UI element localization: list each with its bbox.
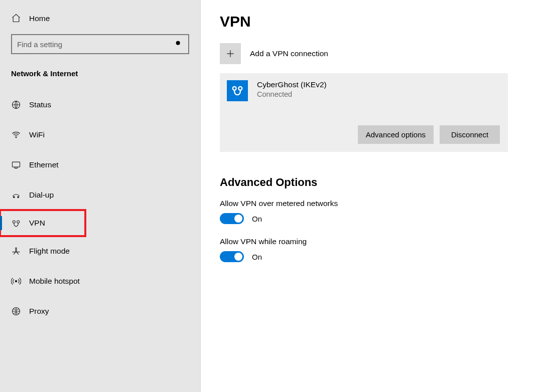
sidebar-item-status[interactable]: Status [0, 90, 200, 120]
sidebar-nav: Status WiFi Ethernet Dial-up VPN [0, 83, 200, 326]
vpn-connection-icon [227, 80, 248, 101]
vpn-connection-name: CyberGhost (IKEv2) [257, 80, 327, 89]
toggle-roaming-state: On [252, 253, 262, 261]
sidebar-item-label: Ethernet [29, 160, 59, 169]
main-panel: VPN Add a VPN connection CyberGhost (IKE… [201, 0, 541, 392]
airplane-icon [11, 246, 29, 256]
home-icon [11, 13, 29, 25]
sidebar-item-flight[interactable]: Flight mode [0, 236, 200, 266]
search-input[interactable] [17, 40, 174, 49]
sidebar-item-label: Mobile hotspot [29, 277, 80, 286]
sidebar: Home Network & Internet Status WiFi [0, 0, 201, 392]
sidebar-item-label: Flight mode [29, 247, 70, 256]
sidebar-item-proxy[interactable]: Proxy [0, 296, 200, 326]
page-title: VPN [220, 13, 522, 30]
svg-point-4 [14, 197, 15, 198]
toggle-metered[interactable] [220, 213, 244, 224]
svg-point-6 [13, 221, 15, 223]
svg-point-8 [15, 280, 17, 282]
sidebar-item-label: Dial-up [29, 190, 54, 200]
sidebar-item-wifi[interactable]: WiFi [0, 120, 200, 150]
sidebar-home[interactable]: Home [11, 7, 189, 30]
add-vpn-button[interactable]: Add a VPN connection [220, 43, 522, 64]
advanced-options-title: Advanced Options [220, 176, 522, 189]
plus-icon [220, 43, 241, 64]
vpn-connection-status: Connected [257, 90, 327, 98]
sidebar-item-ethernet[interactable]: Ethernet [0, 150, 200, 180]
sidebar-item-hotspot[interactable]: Mobile hotspot [0, 266, 200, 296]
toggle-metered-group: Allow VPN over metered networks On [220, 199, 522, 224]
ethernet-icon [11, 160, 29, 170]
advanced-options-button[interactable]: Advanced options [358, 125, 434, 144]
wifi-icon [11, 130, 29, 140]
disconnect-button[interactable]: Disconnect [440, 125, 500, 144]
sidebar-item-dialup[interactable]: Dial-up [0, 180, 200, 210]
search-box[interactable] [11, 34, 189, 54]
hotspot-icon [11, 276, 29, 286]
vpn-connection-card[interactable]: CyberGhost (IKEv2) Connected Advanced op… [220, 73, 508, 152]
home-label: Home [29, 14, 50, 23]
toggle-roaming-label: Allow VPN while roaming [220, 237, 522, 246]
svg-point-2 [16, 137, 17, 138]
sidebar-item-label: Status [29, 100, 51, 109]
vpn-icon [11, 218, 29, 228]
toggle-metered-state: On [252, 215, 262, 223]
sidebar-item-label: VPN [29, 219, 45, 228]
sidebar-category: Network & Internet [11, 69, 189, 78]
toggle-metered-label: Allow VPN over metered networks [220, 199, 522, 208]
svg-point-5 [18, 197, 19, 198]
svg-point-10 [233, 87, 236, 90]
globe-icon [11, 100, 29, 110]
svg-point-11 [238, 87, 242, 90]
toggle-roaming[interactable] [220, 251, 244, 262]
add-vpn-label: Add a VPN connection [250, 49, 328, 58]
toggle-roaming-group: Allow VPN while roaming On [220, 237, 522, 262]
search-icon [174, 40, 183, 49]
svg-point-0 [176, 41, 180, 45]
proxy-icon [11, 306, 29, 316]
sidebar-item-vpn[interactable]: VPN [0, 210, 85, 236]
svg-rect-3 [13, 162, 20, 167]
sidebar-item-label: WiFi [29, 130, 45, 139]
svg-point-7 [17, 221, 20, 223]
sidebar-item-label: Proxy [29, 307, 49, 316]
dialup-icon [11, 190, 29, 200]
